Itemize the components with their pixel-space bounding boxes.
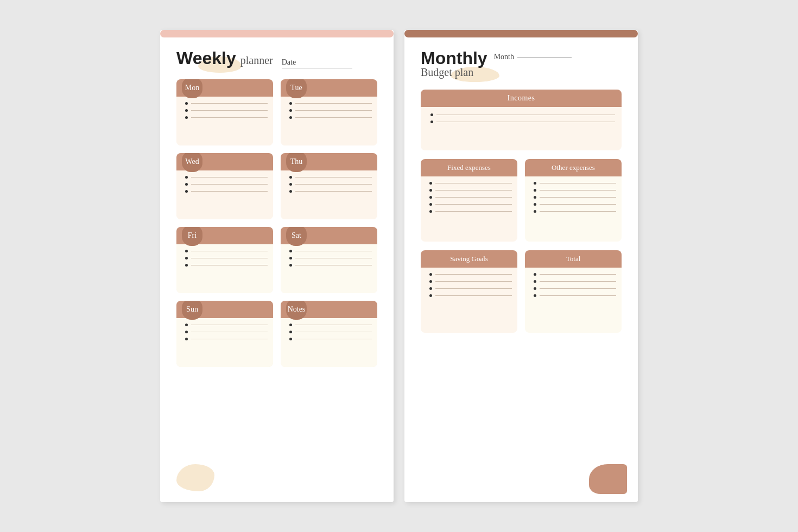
- day-box-sat: Sat: [281, 227, 377, 293]
- incomes-header: Incomes: [421, 90, 622, 107]
- day-content-notes[interactable]: [281, 318, 377, 367]
- bullet-line: [534, 182, 616, 185]
- bullet-line: [429, 210, 512, 213]
- other-expenses-body[interactable]: [525, 176, 622, 242]
- monthly-budget-page: Monthly Budget plan Month Incomes Fixed …: [404, 30, 638, 502]
- bullet-dot: [289, 338, 292, 340]
- day-content-wed[interactable]: [176, 170, 273, 219]
- day-content-mon[interactable]: [176, 97, 273, 145]
- bullet-line: [289, 176, 372, 179]
- line: [295, 177, 372, 178]
- bullet-dot: [429, 182, 432, 185]
- line: [191, 325, 268, 325]
- line: [540, 211, 616, 212]
- line: [436, 115, 615, 115]
- bullet-line: [534, 280, 616, 283]
- line: [295, 339, 372, 339]
- fixed-expenses-body[interactable]: [421, 176, 517, 242]
- month-field[interactable]: Month: [494, 53, 572, 61]
- line: [435, 281, 512, 282]
- day-header-fri: Fri: [176, 227, 273, 244]
- main-container: Weekly planner Date Mon: [144, 14, 654, 518]
- day-header-notes: Notes: [281, 301, 377, 318]
- saving-goals-header: Saving Goals: [421, 250, 517, 268]
- bullet-line: [429, 287, 512, 290]
- days-grid: Mon Tue: [176, 79, 377, 367]
- incomes-body[interactable]: [421, 107, 622, 150]
- bullet-dot: [534, 273, 536, 276]
- day-box-wed: Wed: [176, 153, 273, 219]
- day-content-fri[interactable]: [176, 244, 273, 293]
- day-header-mon: Mon: [176, 79, 273, 97]
- other-expenses-section: Other expenses: [525, 159, 622, 242]
- line: [540, 295, 616, 296]
- day-header-sat: Sat: [281, 227, 377, 244]
- weekly-title: Weekly: [176, 48, 236, 68]
- bullet-line: [289, 116, 372, 119]
- line: [295, 103, 372, 104]
- bullet-line: [185, 338, 268, 340]
- bullet-dot: [289, 331, 292, 333]
- day-box-mon: Mon: [176, 79, 273, 145]
- bullet-dot: [534, 210, 536, 213]
- line: [295, 184, 372, 185]
- day-content-sat[interactable]: [281, 244, 377, 293]
- bullet-dot: [534, 280, 536, 283]
- bullet-line: [430, 113, 615, 116]
- saving-goals-body[interactable]: [421, 268, 517, 333]
- fixed-expenses-header: Fixed expenses: [421, 159, 517, 176]
- day-box-tue: Tue: [281, 79, 377, 145]
- day-label-tue: Tue: [290, 84, 302, 92]
- bullet-dot: [289, 116, 292, 119]
- line: [295, 110, 372, 111]
- bullet-dot: [289, 257, 292, 259]
- line: [540, 288, 616, 289]
- goals-total-row: Saving Goals Total: [421, 250, 622, 333]
- bullet-line: [289, 109, 372, 112]
- bullet-dot: [185, 190, 188, 193]
- bullet-dot: [185, 250, 188, 252]
- bullet-line: [185, 183, 268, 186]
- line: [191, 110, 268, 111]
- day-label-wed: Wed: [185, 157, 199, 166]
- line: [295, 325, 372, 325]
- day-box-fri: Fri: [176, 227, 273, 293]
- expenses-row: Fixed expenses Other expenses: [421, 159, 622, 242]
- date-field[interactable]: Date: [282, 58, 352, 68]
- bullet-line: [185, 324, 268, 326]
- total-header: Total: [525, 250, 622, 268]
- monthly-header: Monthly Budget plan Month: [421, 48, 622, 79]
- monthly-bottom-decoration: [584, 456, 627, 494]
- day-label-sat: Sat: [292, 231, 301, 240]
- bullet-dot: [289, 176, 292, 179]
- bullet-line: [534, 196, 616, 199]
- bullet-dot: [289, 324, 292, 326]
- bullet-dot: [429, 203, 432, 206]
- bullet-line: [430, 121, 615, 123]
- day-content-thu[interactable]: [281, 170, 377, 219]
- bullet-line: [185, 176, 268, 179]
- bullet-dot: [429, 287, 432, 290]
- bullet-dot: [185, 257, 188, 259]
- monthly-title-block: Monthly Budget plan: [421, 48, 487, 79]
- bullet-dot: [289, 183, 292, 186]
- bullet-dot: [289, 190, 292, 193]
- weekly-top-bar: [160, 30, 394, 37]
- bullet-line: [289, 250, 372, 252]
- line: [191, 103, 268, 104]
- weekly-bottom-decoration: [176, 464, 214, 491]
- line: [191, 184, 268, 185]
- total-body[interactable]: [525, 268, 622, 333]
- bullet-line: [185, 250, 268, 252]
- bullet-dot: [185, 324, 188, 326]
- bullet-dot: [429, 273, 432, 276]
- bullet-dot: [429, 189, 432, 192]
- line: [191, 191, 268, 192]
- bullet-line: [185, 102, 268, 105]
- day-content-sun[interactable]: [176, 318, 273, 367]
- bullet-line: [289, 190, 372, 193]
- line: [435, 204, 512, 205]
- day-box-thu: Thu: [281, 153, 377, 219]
- bullet-line: [429, 189, 512, 192]
- day-content-tue[interactable]: [281, 97, 377, 145]
